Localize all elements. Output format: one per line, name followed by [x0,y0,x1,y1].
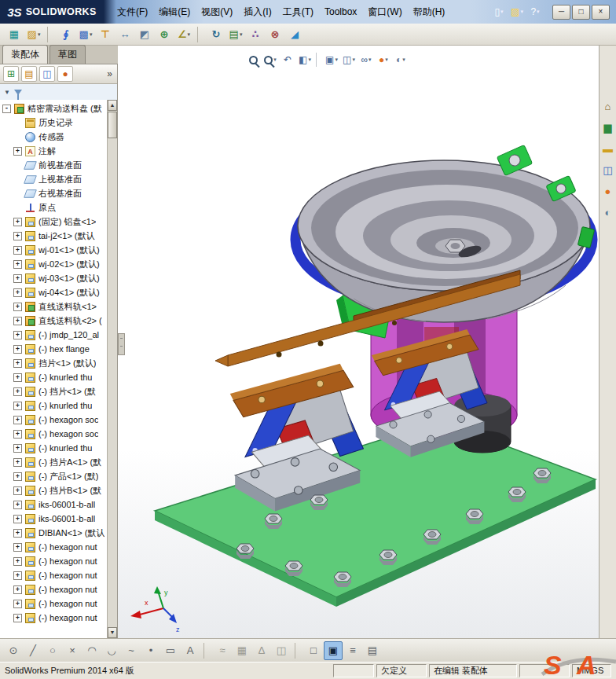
tree-item[interactable]: +(-) hexagon soc [0,413,107,427]
previous-view-icon[interactable]: ↶ [280,52,295,68]
zoom-area-icon[interactable] [262,52,278,68]
tree-root-assembly[interactable]: -精密震动送料盘 (默 [0,101,107,116]
tree-item[interactable]: +(-) hexagon nut [0,568,107,582]
tree-item[interactable]: +(-) knurled thu [0,370,107,384]
table-icon[interactable]: ▤ [363,641,382,660]
tree-item[interactable]: +(-) 产品<1> (默) [0,469,107,483]
convert-entities-icon[interactable]: ▦ [233,641,251,660]
tree-expander[interactable]: + [13,246,22,255]
tree-expander[interactable]: + [13,331,22,340]
tree-item[interactable]: +(-) hex flange [0,342,107,356]
panel-overflow-chevron[interactable]: » [107,68,114,79]
restore-button[interactable]: □ [572,5,590,20]
circle-icon[interactable]: ○ [43,641,62,660]
edit-appearance-icon[interactable]: ● [376,52,391,68]
tree-item[interactable]: +直线送料轨<2> ( [0,314,107,328]
tree-expander[interactable]: + [13,288,22,297]
tree-expander[interactable]: + [13,260,22,269]
menu[interactable]: Toolbox [319,3,362,20]
tree-item[interactable]: +(-) hexagon nut [0,582,107,596]
tree-expander[interactable]: + [13,147,22,156]
tree-expander[interactable]: + [13,472,22,481]
trim-entities-icon[interactable]: ≈ [213,641,232,660]
menu[interactable]: 工具(T) [277,3,319,20]
tree-expander[interactable]: + [13,416,22,424]
tree-item[interactable]: +wj-02<1> (默认) [0,257,107,271]
tree-expander[interactable]: + [13,402,22,410]
tree-expander[interactable]: - [2,105,11,113]
home-icon[interactable]: ⌂ [601,99,615,113]
linear-component-pattern-icon[interactable]: ▩ [76,25,95,44]
tree-expander[interactable]: + [13,614,22,622]
tree-item[interactable]: +注解 [0,144,107,158]
apply-scene-icon[interactable]: ◐ [393,52,409,68]
tree-expander[interactable]: + [13,387,22,396]
exploded-view-icon[interactable]: ∴ [246,25,265,44]
propertymanager-tab-icon[interactable]: ▤ [21,66,37,82]
tree-item[interactable]: 原点 [0,200,107,215]
rectangle-icon[interactable]: ▭ [161,641,180,660]
assembly-features-icon[interactable]: ⊕ [155,25,174,44]
sketch-toggle-icon[interactable]: ▣ [324,641,343,660]
minimize-button[interactable]: ─ [552,5,570,20]
tree-item[interactable]: +(-) 挡片<1> (默 [0,384,107,398]
tree-expander[interactable]: + [13,345,22,354]
tree-item[interactable]: +(-) 挡片B<1> (默 [0,483,107,497]
menu[interactable]: 视图(V) [196,3,238,20]
mate-icon[interactable]: ∮ [57,25,75,44]
tree-item[interactable]: 前视基准面 [0,158,107,172]
tree-item[interactable]: +wj-01<1> (默认) [0,243,107,257]
scroll-up-button[interactable]: ▲ [108,100,117,111]
configurationmanager-tab-icon[interactable]: ◫ [39,66,55,82]
close-button[interactable]: × [592,5,610,20]
tree-item[interactable]: 历史记录 [0,116,107,130]
interference-detection-icon[interactable]: ⊗ [266,25,284,44]
tree-item[interactable]: +(-) knurled thu [0,398,107,413]
spline-icon[interactable]: ~ [122,641,141,660]
custom-properties-icon[interactable]: ◐ [601,205,615,219]
tangent-arc-icon[interactable]: ◡ [102,641,121,660]
new-document-icon[interactable]: ▯ [491,4,507,20]
filter-dropdown-icon[interactable]: ▼ [4,89,10,96]
tree-item[interactable]: +(-) hexagon soc [0,427,107,441]
tree-scrollbar[interactable]: ▲ ▼ [107,100,117,638]
delete-icon[interactable]: × [63,641,82,660]
tree-item[interactable]: +wj-04<1> (默认) [0,285,107,299]
tree-expander[interactable]: + [13,303,22,311]
view-palette-icon[interactable]: ◫ [601,163,615,177]
appearance-tab-icon[interactable]: ● [57,66,73,82]
grid-snap-icon[interactable]: □ [304,641,323,660]
tree-expander[interactable]: + [13,232,22,240]
point-icon[interactable]: • [141,641,160,660]
tree-filter-row[interactable]: ▼ [0,84,117,101]
hide-show-items-icon[interactable]: ∞ [358,52,374,68]
view-windows-icon[interactable]: ▦ [5,25,24,44]
file-explorer-icon[interactable]: ▬ [601,141,615,156]
tree-item[interactable]: +wj-03<1> (默认) [0,271,107,285]
bowl-feeder-model[interactable] [118,46,599,638]
tree-expander[interactable]: + [13,543,22,552]
tree-expander[interactable]: + [13,373,22,382]
open-document-icon[interactable]: ▨ [509,4,525,20]
text-icon[interactable]: A [181,641,200,660]
tree-item[interactable]: +(-) hexagon nut [0,554,107,568]
tree-expander[interactable]: + [13,600,22,608]
bill-of-materials-icon[interactable]: ▤ [226,25,245,44]
smart-fasteners-icon[interactable]: ⊤ [96,25,115,44]
line-icon[interactable]: ╱ [24,641,42,660]
help-icon[interactable]: ? [527,4,543,20]
graphics-area[interactable]: ↶◧▣◫∞●◐ x y z [118,46,599,638]
appearances-icon[interactable]: ● [601,184,615,198]
view-orientation-icon[interactable]: ▣ [324,52,339,68]
tree-expander[interactable]: + [13,274,22,283]
tree-item[interactable]: +DIBIAN<1> (默认 [0,526,107,540]
tree-expander[interactable]: + [13,557,22,566]
tree-expander[interactable]: + [13,529,22,538]
panel-splitter-handle[interactable] [118,333,125,355]
menu[interactable]: 帮助(H) [408,3,451,20]
featuremanager-tab-icon[interactable]: ⊞ [3,66,19,82]
tree-item[interactable]: +挡片<1> (默认) [0,356,107,370]
arc-icon[interactable]: ◠ [82,641,101,660]
tree-item[interactable]: +(-) 挡片A<1> (默 [0,455,107,469]
menu[interactable]: 文件(F) [112,3,153,20]
